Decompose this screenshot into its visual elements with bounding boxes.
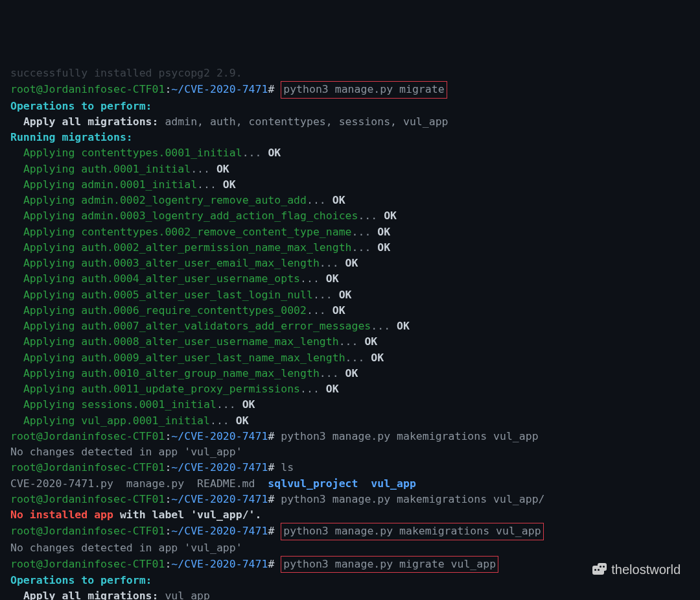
watermark-text: thelostworld xyxy=(611,560,681,579)
command-boxed: python3 manage.py makemigrations vul_app xyxy=(281,523,543,540)
watermark: thelostworld xyxy=(591,560,681,579)
wechat-icon xyxy=(591,562,608,577)
command-boxed: python3 manage.py migrate xyxy=(281,81,447,98)
command-boxed: python3 manage.py migrate vul_app xyxy=(281,556,498,573)
terminal-output: successfully installed psycopg2 2.9.root… xyxy=(10,66,690,600)
